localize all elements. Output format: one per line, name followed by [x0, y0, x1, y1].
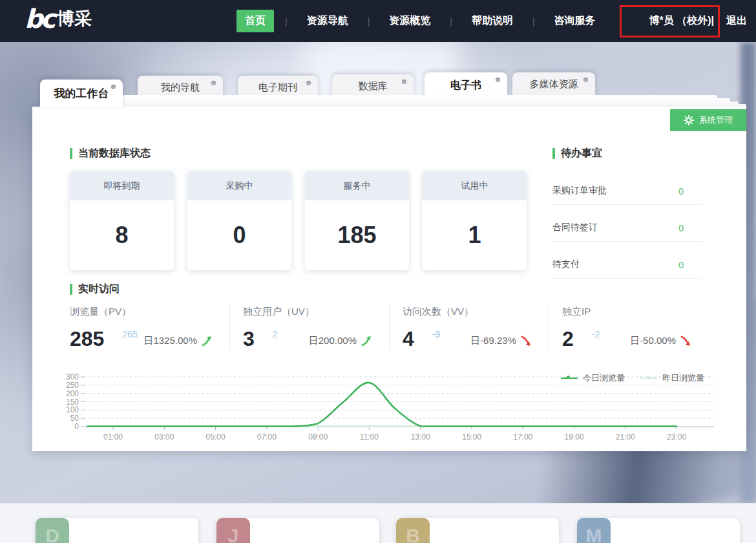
db-status-title: 当前数据库状态	[78, 147, 151, 160]
stat-2: 访问次数（VV）4-9日-69.23%	[389, 304, 549, 349]
logout-link[interactable]: 退出	[726, 14, 747, 28]
section-title-realtime: 实时访问	[70, 282, 120, 296]
nav-item-0[interactable]: 首页	[236, 10, 274, 32]
nav-item-1[interactable]: 资源导航	[299, 10, 357, 32]
todo-row-0[interactable]: 采购订单审批0	[552, 168, 702, 205]
traffic-chart: 今日浏览量昨日浏览量 05010015020025030001:0003:000…	[65, 367, 717, 451]
stat-value: 3	[243, 328, 255, 349]
stat-rate-text: 日-50.00%	[630, 335, 676, 347]
stat-rate-text: 日-69.23%	[470, 335, 516, 347]
svg-text:11:00: 11:00	[360, 432, 379, 442]
svg-text:0: 0	[74, 422, 79, 431]
bottom-card-0[interactable]: D	[36, 518, 198, 543]
stat-label: 浏览量（PV）	[70, 306, 213, 318]
bottom-card-letter-block: B	[396, 518, 430, 543]
realtime-title: 实时访问	[78, 282, 120, 296]
legend-item-0[interactable]: 今日浏览量	[561, 372, 625, 384]
bottom-card-letter-block: D	[36, 518, 69, 543]
tab-pin-icon	[306, 81, 311, 85]
stat-rate-text: 日1325.00%	[143, 335, 197, 347]
trend-up-icon	[202, 335, 213, 346]
stat-label: 访问次数（VV）	[403, 306, 532, 318]
db-status-card-value: 185	[305, 200, 409, 270]
tab-label: 电子书	[450, 79, 481, 92]
stat-rate-text: 日200.00%	[309, 335, 357, 347]
main-menu: 首页|资源导航|资源概览|帮助说明|咨询服务	[236, 0, 604, 42]
db-status-card-label: 服务中	[305, 171, 409, 200]
tab-label: 我的工作台	[54, 86, 109, 101]
nav-item-3[interactable]: 帮助说明	[463, 10, 521, 32]
todo-row-2[interactable]: 待支付0	[552, 242, 702, 279]
nav-separator: |	[532, 16, 535, 27]
stat-value: 2	[562, 328, 574, 349]
tab-pin-icon	[496, 78, 500, 82]
user-box: 博*员 （校外)| 退出	[620, 0, 747, 42]
tab-3[interactable]: 数据库	[332, 74, 414, 98]
db-status-card-label: 即将到期	[70, 171, 174, 200]
db-status-card-value: 1	[423, 200, 527, 270]
nav-separator: |	[368, 16, 370, 27]
top-nav: bc 博采 首页|资源导航|资源概览|帮助说明|咨询服务 博*员 （校外)| 退…	[0, 0, 756, 42]
bottom-card-3[interactable]: M	[577, 518, 740, 543]
legend-label: 今日浏览量	[583, 372, 625, 384]
legend-label: 昨日浏览量	[662, 372, 704, 384]
legend-dot-icon	[646, 376, 649, 379]
svg-text:09:00: 09:00	[308, 432, 328, 442]
system-admin-button[interactable]: 系统管理	[670, 109, 746, 131]
green-bar-icon	[70, 284, 72, 295]
svg-text:50: 50	[70, 414, 79, 423]
user-name[interactable]: 博*员 （校外)|	[649, 14, 714, 28]
legend-marker-icon	[561, 378, 578, 379]
bottom-card-2[interactable]: B	[396, 518, 559, 543]
nav-item-2[interactable]: 资源概览	[381, 10, 439, 32]
stat-1: 独立用户（UV）32日200.00%	[229, 304, 389, 349]
bottom-card-1[interactable]: J	[216, 518, 379, 543]
stat-delta: -2	[592, 329, 600, 339]
tab-4[interactable]: 电子书	[425, 72, 507, 98]
tab-label: 我的导航	[161, 81, 200, 94]
stat-label: 独立用户（UV）	[243, 306, 372, 318]
tab-label: 数据库	[359, 80, 388, 92]
logo[interactable]: bc 博采	[25, 6, 92, 32]
tab-5[interactable]: 多媒体资源	[512, 72, 595, 96]
chart-legend: 今日浏览量昨日浏览量	[561, 372, 704, 384]
logo-text: 博采	[57, 7, 92, 30]
todo-row-1[interactable]: 合同待签订0	[552, 205, 702, 242]
todo-count: 0	[678, 186, 702, 197]
db-status-card-2[interactable]: 服务中185	[305, 171, 409, 270]
svg-text:01:00: 01:00	[103, 432, 123, 442]
annotation-red-box: 博*员 （校外)|	[620, 5, 720, 37]
tab-0[interactable]: 我的工作台	[40, 80, 123, 107]
tab-label: 电子期刊	[258, 81, 297, 94]
todo-label: 合同待签订	[552, 222, 598, 233]
legend-item-1[interactable]: 昨日浏览量	[640, 372, 704, 384]
tab-pin-icon	[211, 81, 216, 85]
stat-0: 浏览量（PV）285265日1325.00%	[70, 304, 229, 349]
todo-list: 采购订单审批0合同待签订0待支付0	[552, 168, 702, 279]
todo-count: 0	[678, 223, 702, 233]
db-status-card-0[interactable]: 即将到期8	[70, 171, 174, 270]
db-status-card-label: 试用中	[423, 171, 527, 200]
stat-value: 285	[70, 328, 104, 349]
svg-text:19:00: 19:00	[565, 432, 584, 442]
stat-value-row: 285265日1325.00%	[70, 328, 213, 349]
trend-down-icon	[521, 335, 532, 346]
system-admin-label: 系统管理	[699, 114, 733, 126]
stat-value-row: 4-9日-69.23%	[403, 328, 532, 349]
todo-label: 待支付	[552, 259, 580, 270]
section-title-todo: 待办事宜	[552, 147, 602, 160]
section-title-db-status: 当前数据库状态	[70, 147, 151, 160]
db-status-card-label: 采购中	[187, 171, 291, 200]
db-status-card-1[interactable]: 采购中0	[187, 171, 291, 270]
todo-title: 待办事宜	[561, 147, 602, 160]
gear-icon	[684, 115, 694, 125]
db-status-card-value: 8	[70, 200, 174, 270]
stat-delta: 2	[273, 329, 278, 339]
stat-value-row: 32日200.00%	[243, 328, 372, 349]
stat-value-row: 2-2日-50.00%	[562, 328, 691, 349]
db-status-card-3[interactable]: 试用中1	[423, 171, 527, 270]
nav-item-4[interactable]: 咨询服务	[546, 10, 604, 32]
bottom-card-letter-block: M	[577, 518, 611, 543]
db-status-card-value: 0	[187, 200, 291, 270]
trend-up-icon	[361, 335, 372, 346]
